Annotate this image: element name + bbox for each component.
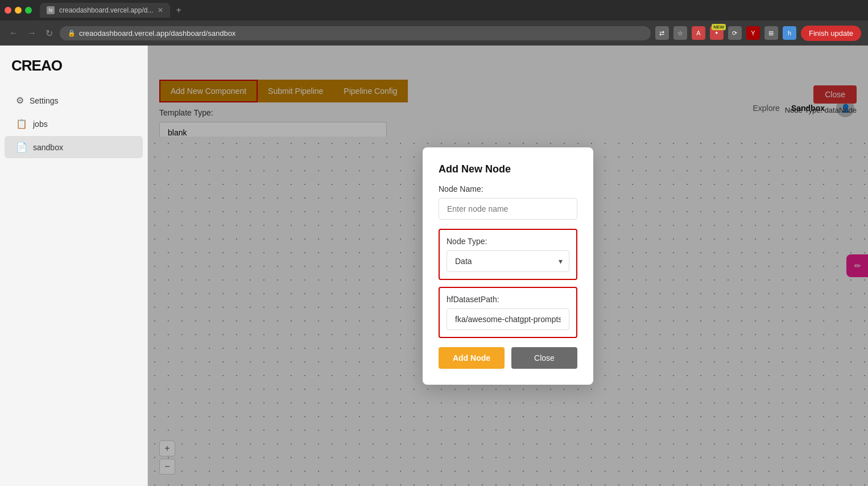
forward-button[interactable]: →	[25, 26, 39, 40]
node-type-select[interactable]: Data Process Output Input	[447, 250, 569, 272]
sidebar-item-jobs-label: jobs	[33, 120, 48, 129]
sandbox-icon: 📄	[16, 142, 27, 153]
node-name-label: Node Name:	[439, 184, 577, 193]
settings-icon: ⚙	[16, 95, 24, 106]
node-type-section: Node Type: Data Process Output Input ▾	[439, 229, 577, 280]
close-traffic-light[interactable]	[5, 7, 11, 14]
browser-actions: ⇄ ☆ A NEW ✦ ⟳ Y ⊞ h Finish update	[655, 26, 861, 41]
node-name-input[interactable]	[439, 198, 577, 220]
dataset-path-section: hfDatasetPath:	[439, 287, 577, 338]
finish-update-button[interactable]: Finish update	[801, 26, 861, 41]
logo: CREAO	[0, 57, 147, 88]
extension-icon-4[interactable]: Y	[746, 26, 760, 40]
back-button[interactable]: ←	[7, 26, 20, 40]
modal-overlay: Add New Node Node Name: Node Type: Data …	[148, 46, 868, 486]
extension-icon-6[interactable]: h	[783, 26, 796, 40]
minimize-traffic-light[interactable]	[15, 7, 22, 14]
active-tab[interactable]: N creaodashboard.vercel.app/d... ✕	[40, 3, 170, 18]
sidebar: CREAO ⚙ Settings 📋 jobs 📄 sandbox	[0, 46, 148, 486]
address-bar[interactable]: 🔒 creaodashboard.vercel.app/dashboard/sa…	[60, 26, 651, 40]
dataset-path-label: hfDatasetPath:	[447, 295, 569, 304]
extension-icon-1[interactable]: A	[692, 26, 705, 40]
extension-icon-3[interactable]: ⟳	[728, 26, 742, 40]
traffic-lights	[5, 7, 32, 14]
sidebar-item-jobs[interactable]: 📋 jobs	[5, 113, 143, 135]
extension-icon-5[interactable]: ⊞	[764, 26, 778, 40]
translate-icon[interactable]: ⇄	[655, 26, 669, 40]
jobs-icon: 📋	[16, 118, 27, 129]
browser-toolbar: ← → ↻ 🔒 creaodashboard.vercel.app/dashbo…	[0, 20, 868, 46]
maximize-traffic-light[interactable]	[25, 7, 32, 14]
tab-close-icon[interactable]: ✕	[158, 6, 163, 14]
tab-title: creaodashboard.vercel.app/d...	[59, 6, 153, 14]
sidebar-item-sandbox-label: sandbox	[33, 143, 63, 152]
node-type-section-label: Node Type:	[447, 237, 569, 246]
sidebar-item-sandbox[interactable]: 📄 sandbox	[5, 136, 143, 158]
dataset-path-input[interactable]	[447, 308, 569, 330]
modal-title: Add New Node	[439, 163, 577, 175]
lock-icon: 🔒	[68, 30, 76, 37]
browser-chrome: N creaodashboard.vercel.app/d... ✕ + ← →…	[0, 0, 868, 46]
close-modal-button[interactable]: Close	[511, 347, 577, 369]
modal-actions: Add Node Close	[439, 347, 577, 369]
extension-icon-new[interactable]: NEW ✦	[710, 26, 724, 40]
add-node-modal: Add New Node Node Name: Node Type: Data …	[423, 147, 593, 385]
new-tab-icon[interactable]: +	[176, 5, 181, 15]
sidebar-item-settings[interactable]: ⚙ Settings	[5, 89, 143, 112]
main-content: Explore Sandbox 👤 Add New Component Subm…	[148, 46, 868, 486]
app-layout: CREAO ⚙ Settings 📋 jobs 📄 sandbox Explor…	[0, 46, 868, 486]
bookmark-icon[interactable]: ☆	[673, 26, 687, 40]
sidebar-item-settings-label: Settings	[30, 96, 59, 105]
node-type-select-wrapper: Data Process Output Input ▾	[447, 250, 569, 272]
tab-bar: N creaodashboard.vercel.app/d... ✕ +	[0, 0, 868, 20]
reload-button[interactable]: ↻	[43, 26, 55, 41]
add-node-button[interactable]: Add Node	[439, 347, 505, 369]
url-text: creaodashboard.vercel.app/dashboard/sand…	[79, 29, 235, 38]
tab-favicon: N	[47, 6, 55, 14]
